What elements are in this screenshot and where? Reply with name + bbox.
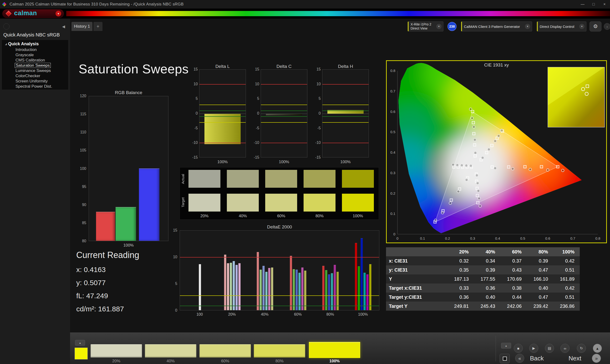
back-button[interactable]: Back <box>530 355 544 362</box>
deltae-x-axis: 10020%40%60%80%100% <box>180 312 379 318</box>
expand-icon[interactable]: ▲ <box>593 344 602 353</box>
settings-gear-icon[interactable]: ⚙ <box>589 21 601 31</box>
pattern-control-bar: ▲ 20%40%60%80%100% ▲ ■ ▶ ▤ ∞ ↻ ▲ « Back … <box>70 333 610 364</box>
sidebar-item-grayscale[interactable]: Grayscale <box>2 52 68 57</box>
axis-tick-label: 5 <box>319 96 321 101</box>
table-cell-value: 0.39 <box>527 256 553 265</box>
add-tab-button[interactable]: + <box>93 22 103 31</box>
window-titlebar: Calman 2025 Calman Ultimate for Business… <box>0 0 610 9</box>
deltae-group-100% <box>355 238 372 310</box>
axis-tick-label: 110 <box>80 130 86 134</box>
limit-line <box>322 84 369 85</box>
tree-root-quick-analysis[interactable]: ◢ Quick Analysis <box>2 41 68 47</box>
deltae-bar <box>268 268 270 310</box>
actual-swatch <box>304 170 336 188</box>
measured-marker <box>470 164 472 167</box>
tab-history-1[interactable]: History 1 <box>71 22 92 31</box>
toolbar-overflow-icon[interactable]: › <box>604 23 610 30</box>
target-row-label: Target <box>181 193 186 212</box>
table-cell-value: 161.89 <box>553 274 580 284</box>
next-button[interactable]: Next <box>569 355 581 362</box>
stop-icon[interactable]: ■ <box>514 344 523 353</box>
sidebar-item-introduction[interactable]: Introduction <box>2 47 68 52</box>
actual-row-label: Actual <box>181 169 186 188</box>
maximize-button[interactable]: □ <box>588 0 599 9</box>
pattern-swatch-60%[interactable] <box>199 344 251 358</box>
limit-line <box>261 116 307 117</box>
sidebar-item-cms-calibration[interactable]: CMS Calibration <box>2 57 68 63</box>
measured-marker <box>472 126 475 128</box>
tree-root-label: Quick Analysis <box>8 41 39 46</box>
limit-line <box>180 295 379 296</box>
divider <box>496 336 496 361</box>
measured-marker <box>479 205 481 207</box>
transport-popup-button[interactable]: ▲ <box>501 343 511 349</box>
axis-tick-label: 15 <box>255 67 259 71</box>
chart-title: Delta H <box>322 64 369 69</box>
close-button[interactable]: × <box>599 0 610 9</box>
sidebar-item-screen-uniformity[interactable]: Screen Uniformity <box>2 78 68 84</box>
window-controls: — □ × <box>577 0 610 9</box>
delta-h-chart: Delta H 151050-5-10-15 100% <box>322 19 369 181</box>
measured-marker <box>488 148 490 151</box>
meter-dropdown[interactable]: X-Rite i1Pro 2 Direct View ▼ <box>408 21 443 31</box>
pattern-source-dropdown[interactable]: CalMAN Client 3 Pattern Generator ▼ <box>461 21 532 31</box>
measured-marker <box>449 202 452 204</box>
loop-icon[interactable]: ∞ <box>560 344 570 353</box>
sidebar-item-luminance-sweeps[interactable]: Luminance Sweeps <box>2 68 68 73</box>
measured-marker <box>494 167 496 169</box>
current-reading-title: Current Reading <box>76 250 139 260</box>
target-marker <box>485 151 488 154</box>
measured-marker <box>473 138 476 141</box>
deltae-bar <box>366 274 369 310</box>
measured-marker <box>469 108 472 111</box>
chevron-down-icon[interactable]: ▼ <box>579 24 584 29</box>
sidebar-item-spectral-power-dist-[interactable]: Spectral Power Dist. <box>2 84 68 89</box>
play-icon[interactable]: ▶ <box>529 344 538 353</box>
save-icon[interactable]: ▤ <box>545 344 554 353</box>
sidebar-collapse-icon[interactable]: ◀ <box>61 23 67 29</box>
table-cell-value: 166.10 <box>527 274 553 284</box>
table-row: x: CIE310.320.340.370.390.42 <box>386 256 580 265</box>
table-cell-value: 0.39 <box>474 265 500 274</box>
next-chevrons-icon[interactable]: » <box>592 354 601 363</box>
sidebar-item-saturation-sweeps[interactable]: Saturation Sweeps <box>2 63 68 68</box>
back-chevrons-icon[interactable]: « <box>515 354 524 363</box>
logo-menu-arrow-icon[interactable]: ▼ <box>55 11 61 16</box>
rgb-balance-title: RGB Balance <box>89 90 169 95</box>
meter-count-badge[interactable]: 238 <box>447 22 456 31</box>
chevron-down-icon[interactable]: ▼ <box>525 24 530 29</box>
app-icon <box>2 2 6 6</box>
measured-marker <box>476 182 479 184</box>
pattern-swatch-label: 100% <box>329 359 339 364</box>
measured-marker <box>561 169 564 172</box>
limit-line <box>322 114 369 114</box>
deltae-bar <box>290 256 292 310</box>
measured-marker <box>452 163 454 166</box>
pattern-swatch-80%[interactable] <box>254 344 305 358</box>
target-marker <box>507 166 510 168</box>
pattern-swatch-40%[interactable] <box>145 344 196 358</box>
tree-expander-icon[interactable]: ◢ <box>4 43 8 45</box>
sidebar-ghost-button[interactable] <box>3 23 10 29</box>
measured-marker <box>461 164 463 167</box>
table-cell-value: 0.38 <box>500 284 527 293</box>
table-row: Target x:CIE310.330.360.380.400.42 <box>386 284 580 293</box>
display-control-dropdown[interactable]: Direct Display Control ▼ <box>537 21 586 31</box>
axis-tick-label: -15 <box>315 155 321 160</box>
deltae-bar <box>331 273 333 310</box>
calman-logo[interactable]: calman ▼ <box>2 9 64 18</box>
refresh-icon[interactable]: ↻ <box>577 344 586 353</box>
table-cell-value: 245.43 <box>474 302 500 311</box>
deltae-bar <box>230 263 232 310</box>
measured-marker <box>529 168 532 171</box>
chevron-down-icon[interactable]: ▼ <box>436 24 441 29</box>
minimize-button[interactable]: — <box>577 0 588 9</box>
deltae-bar <box>334 265 336 310</box>
sidebar-item-colorchecker[interactable]: ColorChecker <box>2 73 68 78</box>
target-swatch <box>342 194 374 211</box>
pattern-window-button[interactable] <box>500 354 510 363</box>
pattern-swatch-20%[interactable] <box>90 344 142 358</box>
deltae-bar <box>235 265 238 310</box>
pattern-swatch-100%[interactable] <box>309 342 361 358</box>
